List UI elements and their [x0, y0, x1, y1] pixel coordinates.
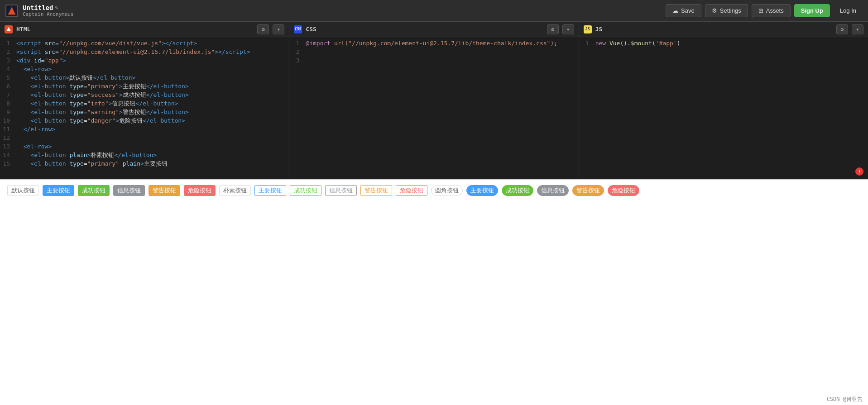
header-subtitle: Captain Anonymous — [23, 11, 74, 17]
preview-btn-warning-plain[interactable]: 警告按钮 — [360, 185, 392, 196]
html-lang-label: HTML — [16, 26, 30, 33]
footer-text: CSDN @何亚告 — [827, 396, 863, 402]
js-lang-label: JS — [595, 26, 603, 33]
css-line-1: 1 @import url("//unpkg.com/element-ui@2.… — [289, 39, 578, 48]
html-code-area[interactable]: 1 <script src="//unpkg.com/vue/dist/vue.… — [0, 37, 289, 179]
signup-button[interactable]: Sign Up — [794, 4, 830, 17]
preview-btn-danger-plain[interactable]: 危险按钮 — [396, 185, 427, 196]
preview-btn-info[interactable]: 信息按钮 — [113, 185, 145, 196]
preview-btn-plain[interactable]: 朴素按钮 — [219, 185, 251, 196]
settings-button[interactable]: ⚙ Settings — [705, 4, 748, 17]
js-collapse-btn[interactable]: ▾ — [852, 24, 863, 34]
html-line-15: 15 <el-button type="primary" plain>主要按钮 — [0, 159, 289, 168]
header-title: Untitled ✎ — [23, 4, 74, 11]
html-line-7: 7 <el-button type="success">成功按钮</el-but… — [0, 91, 289, 99]
svg-marker-0 — [8, 7, 15, 14]
login-button[interactable]: Log In — [834, 5, 863, 17]
preview-area: 默认按钮 主要按钮 成功按钮 信息按钮 警告按钮 危险按钮 朴素按钮 主要按钮 … — [0, 179, 868, 405]
preview-btn-success-plain[interactable]: 成功按钮 — [290, 185, 321, 196]
app-logo — [5, 5, 18, 17]
html-line-10: 10 <el-button type="danger">危险按钮</el-but… — [0, 116, 289, 125]
preview-btn-danger[interactable]: 危险按钮 — [184, 185, 216, 196]
css-editor-header: CSS CSS ⚙ ▾ — [289, 22, 578, 37]
html-line-13: 13 <el-row> — [0, 142, 289, 151]
error-indicator: ! — [855, 167, 863, 176]
preview-btn-warning[interactable]: 警告按钮 — [149, 185, 180, 196]
html-line-6: 6 <el-button type="primary">主要按钮</el-but… — [0, 82, 289, 91]
css-settings-btn[interactable]: ⚙ — [547, 24, 559, 34]
preview-btn-success-round[interactable]: 成功按钮 — [502, 185, 533, 196]
js-badge: JS — [584, 25, 592, 33]
preview-btn-default[interactable]: 默认按钮 — [7, 185, 39, 196]
save-button[interactable]: ☁ Save — [666, 4, 701, 17]
html-line-3: 3 <div id="app"> — [0, 56, 289, 65]
login-label: Log In — [840, 7, 856, 14]
preview-btn-info-round[interactable]: 信息按钮 — [537, 185, 569, 196]
preview-btn-round[interactable]: 圆角按钮 — [431, 185, 463, 196]
html-line-12: 12 — [0, 133, 289, 142]
error-badge: ! — [855, 167, 863, 176]
css-panel: CSS CSS ⚙ ▾ 1 @import url("//unpkg.com/e… — [289, 22, 579, 179]
save-label: Save — [681, 7, 695, 14]
html-line-9: 9 <el-button type="warning">警告按钮</el-but… — [0, 108, 289, 116]
footer: CSDN @何亚告 — [821, 394, 868, 405]
html-line-1: 1 <script src="//unpkg.com/vue/dist/vue.… — [0, 39, 289, 48]
css-code-area[interactable]: 1 @import url("//unpkg.com/element-ui@2.… — [289, 37, 578, 179]
preview-buttons-row: 默认按钮 主要按钮 成功按钮 信息按钮 警告按钮 危险按钮 朴素按钮 主要按钮 … — [7, 185, 861, 196]
js-code-area[interactable]: 1 new Vue().$mount('#app') — [579, 37, 868, 179]
assets-label: Assets — [766, 7, 784, 14]
js-editor-header: JS JS ⚙ ▾ — [579, 22, 868, 37]
editors-container: HTML ⚙ ▾ 1 <script src="//unpkg.com/vue/… — [0, 22, 868, 179]
preview-btn-primary-round[interactable]: 主要按钮 — [466, 185, 498, 196]
cloud-icon: ☁ — [672, 7, 678, 14]
header-title-group: Untitled ✎ Captain Anonymous — [23, 4, 74, 17]
html-editor-header: HTML ⚙ ▾ — [0, 22, 289, 37]
signup-label: Sign Up — [801, 7, 823, 14]
gear-icon: ⚙ — [712, 7, 717, 14]
preview-btn-primary-plain[interactable]: 主要按钮 — [254, 185, 286, 196]
preview-btn-primary[interactable]: 主要按钮 — [43, 185, 74, 196]
assets-button[interactable]: ⊞ Assets — [752, 4, 791, 17]
html-collapse-btn[interactable]: ▾ — [273, 24, 284, 34]
html-panel: HTML ⚙ ▾ 1 <script src="//unpkg.com/vue/… — [0, 22, 289, 179]
js-settings-btn[interactable]: ⚙ — [836, 24, 848, 34]
html-settings-btn[interactable]: ⚙ — [257, 24, 269, 34]
html-line-2: 2 <script src="//unpkg.com/element-ui@2.… — [0, 48, 289, 56]
html-line-4: 4 <el-row> — [0, 65, 289, 73]
edit-icon[interactable]: ✎ — [55, 5, 58, 11]
svg-marker-1 — [6, 27, 11, 31]
header: Untitled ✎ Captain Anonymous ☁ Save ⚙ Se… — [0, 0, 868, 22]
html-line-8: 8 <el-button type="info">信息按钮</el-button… — [0, 99, 289, 108]
preview-btn-success[interactable]: 成功按钮 — [78, 185, 110, 196]
grid-icon: ⊞ — [758, 7, 763, 14]
project-title: Untitled — [23, 4, 53, 11]
preview-btn-warning-round[interactable]: 警告按钮 — [572, 185, 604, 196]
html-line-14: 14 <el-button plain>朴素按钮</el-button> — [0, 151, 289, 159]
settings-label: Settings — [720, 7, 741, 14]
preview-btn-info-plain[interactable]: 信息按钮 — [325, 185, 357, 196]
css-line-2: 2 — [289, 48, 578, 56]
js-panel: JS JS ⚙ ▾ 1 new Vue().$mount('#app') ! — [579, 22, 868, 179]
js-line-1: 1 new Vue().$mount('#app') — [579, 39, 868, 48]
css-collapse-btn[interactable]: ▾ — [562, 24, 574, 34]
html-badge — [5, 25, 13, 33]
css-line-3: 3 — [289, 56, 578, 65]
preview-btn-danger-round[interactable]: 危险按钮 — [608, 185, 639, 196]
css-badge: CSS — [294, 25, 302, 33]
html-line-5: 5 <el-button>默认按钮</el-button> — [0, 73, 289, 82]
css-lang-label: CSS — [306, 26, 316, 33]
html-line-11: 11 </el-row> — [0, 125, 289, 133]
